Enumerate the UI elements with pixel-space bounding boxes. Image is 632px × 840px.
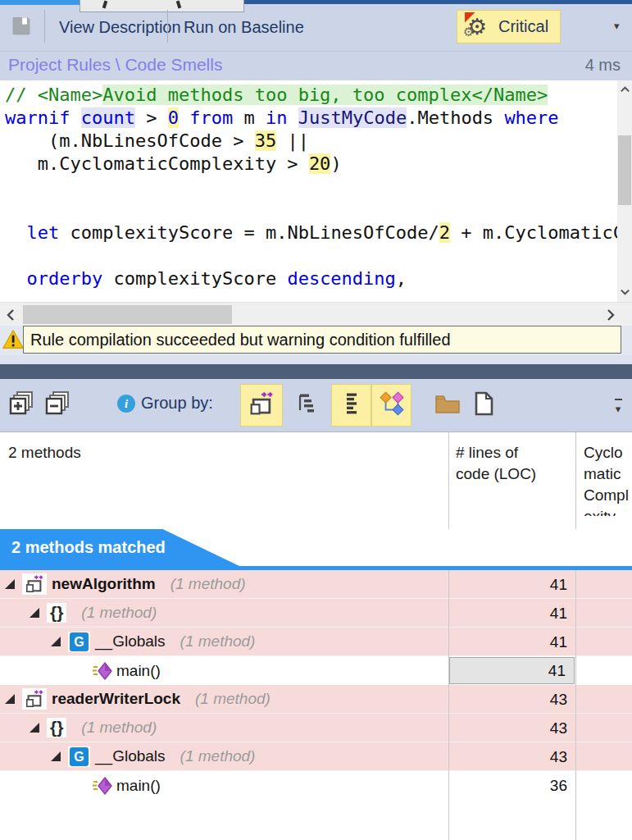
column-separator: [448, 570, 449, 840]
group-by-assembly-icon: [248, 390, 275, 420]
toolbar-overflow-dropdown-icon[interactable]: ▾: [612, 399, 624, 416]
file-icon: [472, 390, 495, 420]
scroll-right-icon[interactable]: [605, 308, 616, 325]
critical-toggle-button[interactable]: ⚙ ⚙ Critical: [457, 10, 561, 43]
code-line[interactable]: [5, 199, 617, 221]
column-separator[interactable]: [575, 432, 576, 529]
column-header-loc[interactable]: # lines of code (LOC): [456, 442, 542, 485]
row-name: main(): [116, 777, 161, 795]
row-name: newAlgorithm: [52, 575, 156, 593]
tree-expander-icon[interactable]: [30, 723, 39, 733]
code-line[interactable]: warnif count > 0 from m in JustMyCode.Me…: [5, 107, 617, 130]
assembly-icon: [22, 688, 47, 710]
namespace-braces-icon: {}: [47, 718, 66, 737]
splitter-bar[interactable]: [0, 364, 632, 379]
row-method-count: (1 method): [180, 632, 256, 651]
group-by-hierarchy-button[interactable]: [286, 384, 327, 427]
match-count-banner: 2 methods matched: [0, 529, 239, 566]
horizontal-scrollbar[interactable]: [0, 302, 632, 326]
tree-expander-icon[interactable]: [51, 637, 61, 646]
column-separator[interactable]: [448, 432, 449, 529]
code-line[interactable]: (m.NbLinesOfCode > 35 ||: [5, 130, 617, 153]
expand-all-button[interactable]: [3, 386, 39, 424]
open-folder-button[interactable]: [430, 386, 466, 424]
table-row[interactable]: main()41: [0, 656, 632, 685]
table-row[interactable]: {}(1 method)43: [0, 714, 632, 742]
code-line[interactable]: [5, 244, 617, 267]
loc-value-cell[interactable]: 41: [449, 657, 575, 684]
export-file-button[interactable]: [466, 386, 502, 424]
scroll-left-icon[interactable]: [5, 308, 16, 325]
spacer: [0, 355, 632, 364]
table-row[interactable]: G__Globals(1 method)43: [0, 742, 632, 771]
row-method-count: (1 method): [81, 604, 157, 622]
row-name: readerWriterLock: [52, 690, 180, 708]
code-area[interactable]: // <Name>Avoid methods too big, too comp…: [0, 80, 617, 302]
breadcrumb[interactable]: Project Rules \ Code Smells: [8, 55, 222, 75]
tree-expander-icon[interactable]: [5, 579, 15, 589]
horizontal-scroll-thumb[interactable]: [23, 305, 232, 324]
column-header-methods[interactable]: 2 methods: [8, 442, 81, 463]
collapse-all-icon: [43, 390, 71, 421]
tree-expander-icon[interactable]: [5, 694, 15, 704]
loc-value-cell[interactable]: 36: [448, 771, 575, 800]
critical-label: Critical: [498, 17, 548, 36]
top-accent-strip-right: [244, 0, 632, 4]
group-by-type-button[interactable]: [371, 384, 411, 427]
loc-value-cell[interactable]: 43: [448, 742, 575, 771]
execution-time: 4 ms: [585, 56, 621, 75]
scroll-up-icon[interactable]: [620, 84, 630, 98]
row-method-count: (1 method): [195, 690, 271, 708]
partial-tab-fragment[interactable]: [80, 0, 244, 12]
row-method-count: (1 method): [180, 747, 256, 765]
code-line[interactable]: m.CyclomaticComplexity > 20): [5, 153, 617, 176]
top-accent-strip-left: [0, 0, 80, 5]
loc-value-cell[interactable]: 41: [448, 599, 575, 628]
table-row[interactable]: main()36: [0, 771, 632, 800]
row-name: __Globals: [95, 632, 166, 651]
toolbar-dropdown-icon[interactable]: ▾: [614, 20, 620, 32]
code-line[interactable]: orderby complexityScore descending,: [5, 267, 617, 290]
breadcrumb-bar: Project Rules \ Code Smells 4 ms: [0, 51, 632, 80]
cqlinq-code-editor[interactable]: // <Name>Avoid methods too big, too comp…: [0, 80, 632, 302]
table-row[interactable]: newAlgorithm(1 method)41: [0, 570, 632, 599]
folder-icon: [434, 392, 461, 418]
results-toolbar: i Group by:: [0, 379, 632, 432]
toolbar-separator: [167, 10, 168, 43]
code-line[interactable]: [5, 176, 617, 199]
vertical-scroll-thumb[interactable]: [618, 135, 631, 205]
table-row[interactable]: {}(1 method)41: [0, 599, 632, 628]
tab-glyph-fragment: [102, 1, 108, 9]
tree-expander-icon[interactable]: [30, 608, 39, 618]
warning-icon: [2, 328, 25, 354]
ndepend-rule-editor-window: View Description Run on Baseline ⚙ ⚙ Cri…: [0, 0, 632, 840]
group-by-assembly-button[interactable]: [240, 384, 283, 427]
toolbar-separator: [44, 10, 45, 43]
expand-all-icon: [7, 390, 35, 421]
method-icon: [92, 662, 113, 680]
run-on-baseline-button[interactable]: Run on Baseline: [172, 11, 316, 43]
info-icon[interactable]: i: [117, 395, 135, 413]
column-header-cyclomatic[interactable]: Cyclomatic Complexity (C: [584, 442, 632, 516]
group-by-type-icon: [379, 390, 405, 420]
vertical-scrollbar[interactable]: [617, 80, 632, 302]
loc-value-cell[interactable]: 41: [448, 570, 575, 599]
loc-value-cell[interactable]: 43: [448, 685, 575, 714]
tree-expander-icon[interactable]: [51, 751, 61, 761]
column-separator: [575, 570, 576, 840]
row-method-count: (1 method): [81, 719, 157, 737]
table-row[interactable]: readerWriterLock(1 method)43: [0, 685, 632, 714]
table-row[interactable]: G__Globals(1 method)41: [0, 628, 632, 656]
group-by-hierarchy-icon: [294, 391, 319, 419]
save-button[interactable]: [10, 15, 34, 39]
loc-value-cell[interactable]: 43: [448, 714, 575, 742]
scroll-down-icon[interactable]: [620, 285, 630, 300]
code-line[interactable]: // <Name>Avoid methods too big, too comp…: [5, 84, 617, 107]
collapse-all-button[interactable]: [39, 386, 75, 424]
view-description-button[interactable]: View Description: [48, 11, 193, 43]
assembly-icon: [22, 573, 47, 595]
row-name: __Globals: [95, 747, 166, 765]
group-by-list-button[interactable]: [331, 384, 371, 427]
loc-value-cell[interactable]: 41: [448, 628, 575, 656]
code-line[interactable]: let complexityScore = m.NbLinesOfCode/2 …: [5, 221, 617, 244]
